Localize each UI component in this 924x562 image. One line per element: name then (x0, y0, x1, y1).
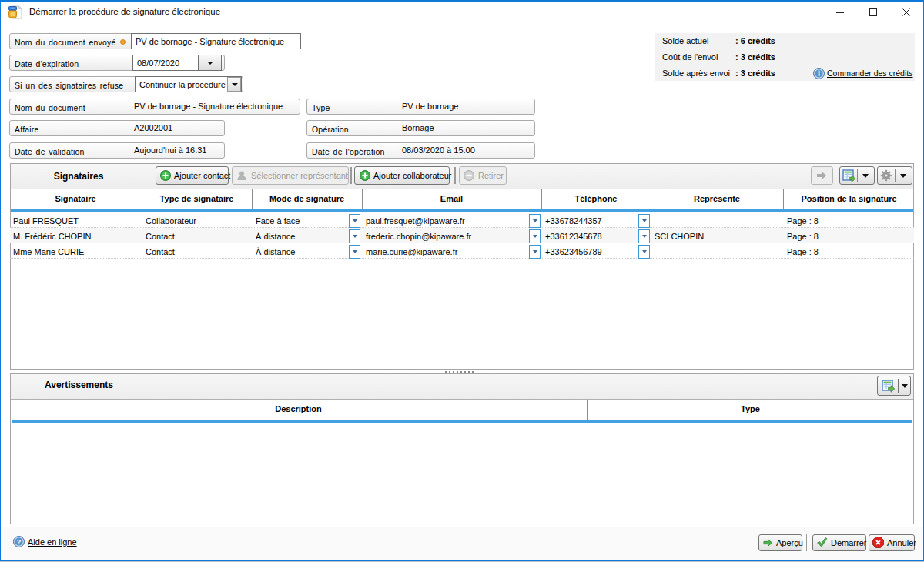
svg-text:?: ? (17, 538, 22, 546)
